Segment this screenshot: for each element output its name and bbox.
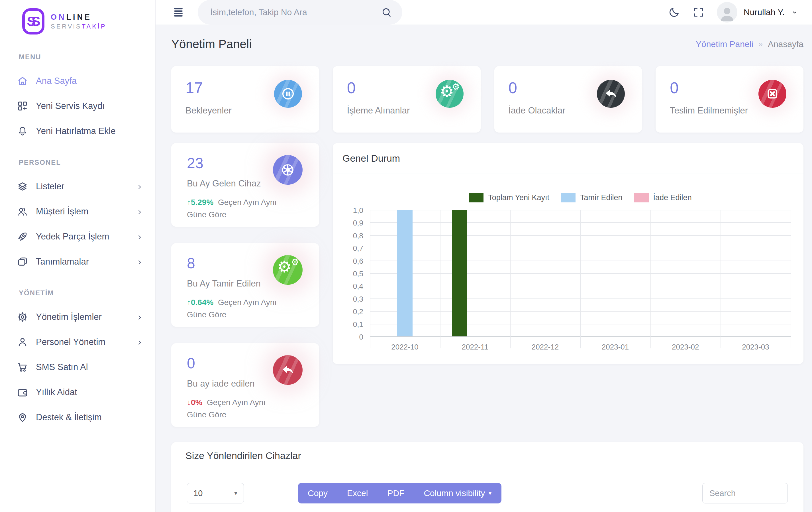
assigned-devices-card: Size Yönlendirilen Cihazlar 10 ▾ CopyExc… [171, 442, 804, 512]
gridline-vertical [580, 210, 581, 348]
logo[interactable]: SS ONLiNE SERViSTAKİP [0, 0, 155, 43]
mini-stat-card: 23Bu Ay Gelen Cihaz↑5.29% Geçen Ayın Ayn… [171, 143, 319, 227]
delta-percent: 0.64% [191, 298, 213, 307]
x-square-icon [758, 80, 786, 108]
gridline-vertical [370, 210, 370, 348]
x-axis-label: 2023-03 [721, 343, 791, 351]
sidebar-item-label: Yıllık Aidat [36, 387, 77, 397]
y-axis-label: 1,0 [343, 206, 363, 215]
gridline-vertical [791, 210, 791, 348]
sidebar-item-yeni-servis-kayd-[interactable]: Yeni Servis Kaydı [17, 93, 143, 118]
search-input[interactable] [210, 7, 381, 17]
sidebar-item-y-ll-k-aidat[interactable]: Yıllık Aidat [17, 380, 143, 405]
breadcrumb: Yönetim Paneli » Anasayfa [696, 39, 804, 49]
content: Yönetim Paneli Yönetim Paneli » Anasayfa… [155, 25, 812, 512]
sidebar-item-y-netim-i-lemler[interactable]: Yönetim İşlemler [17, 304, 143, 329]
sidebar-item-ana-sayfa[interactable]: Ana Sayfa [17, 69, 143, 93]
gears-icon: ⚙⚙ [273, 255, 302, 285]
gear-icon [17, 311, 28, 323]
legend-item[interactable]: İade Edilen [634, 193, 692, 203]
sidebar-section-label: PERSONEL [19, 159, 143, 166]
cards-icon [17, 256, 28, 268]
sidebar-item-label: Ana Sayfa [36, 76, 77, 86]
export-button-excel[interactable]: Excel [337, 483, 378, 504]
logo-line1-rest: LiNE [66, 13, 92, 21]
x-axis-label: 2023-02 [650, 343, 721, 351]
search-icon[interactable] [381, 6, 393, 18]
legend-label: Tamir Edilen [580, 193, 622, 202]
page-title: Yönetim Paneli [171, 37, 252, 51]
stat-card: 0İade Olacaklar [494, 66, 642, 133]
layers-icon [17, 181, 28, 192]
export-button-group: CopyExcelPDFColumn visibility▾ [298, 483, 501, 504]
x-axis-label: 2022-11 [440, 343, 510, 351]
sidebar-item-label: Yeni Hatırlatma Ekle [36, 126, 116, 136]
stat-card: 0İşleme Alınanlar⚙⚙ [333, 66, 481, 133]
undo-arrow-icon [597, 80, 625, 108]
sidebar-item-label: Yedek Parça İşlem [36, 232, 109, 242]
legend-item[interactable]: Toplam Yeni Kayıt [469, 193, 549, 203]
sidebar-item-yedek-par-a-i-lem[interactable]: Yedek Parça İşlem [17, 224, 143, 249]
bell-icon [17, 125, 28, 137]
page-size-select[interactable]: 10 ▾ [187, 483, 244, 504]
sidebar-item-label: Listeler [36, 181, 64, 192]
sidebar-item-listeler[interactable]: Listeler [17, 174, 143, 199]
x-axis-label: 2022-10 [370, 343, 440, 351]
pause-circle-icon [274, 80, 302, 108]
chart-legend: Toplam Yeni KayıtTamir Edilenİade Edilen [370, 193, 791, 203]
export-button-pdf[interactable]: PDF [378, 483, 414, 504]
sidebar-section-label: MENU [19, 53, 143, 61]
export-button-copy[interactable]: Copy [298, 483, 337, 504]
avatar [717, 2, 737, 23]
breadcrumb-link[interactable]: Yönetim Paneli [696, 39, 753, 49]
fullscreen-icon[interactable] [692, 6, 705, 19]
y-axis-label: 0,9 [343, 219, 363, 227]
sidebar-section-label: YÖNETİM [19, 289, 143, 297]
chart-bar [397, 210, 412, 336]
breadcrumb-current: Anasayfa [768, 39, 804, 49]
mini-stat-delta: ↓0% Geçen Ayın Aynı Güne Göre [187, 396, 281, 421]
y-axis-label: 0,5 [343, 269, 363, 278]
x-axis-label: 2023-01 [580, 343, 650, 351]
stats-row: 17Bekleyenler0İşleme Alınanlar⚙⚙0İade Ol… [171, 66, 804, 133]
grid-plus-icon [17, 100, 28, 112]
sidebar-item-label: Destek & İletişim [36, 412, 102, 423]
sidebar-item-m-teri-i-lem[interactable]: Müşteri İşlem [17, 199, 143, 224]
hamburger-menu-icon[interactable] [173, 6, 186, 19]
y-axis-label: 0,4 [343, 282, 363, 291]
sidebar-item-label: Yeni Servis Kaydı [36, 101, 105, 111]
y-axis-label: 0,8 [343, 232, 363, 240]
button-label: PDF [387, 488, 404, 498]
app: SS ONLiNE SERViSTAKİP MENUAna SayfaYeni … [0, 0, 812, 512]
emblem-gear-icon [273, 155, 302, 185]
dark-mode-moon-icon[interactable] [668, 6, 680, 19]
legend-label: Toplam Yeni Kayıt [488, 193, 549, 202]
y-axis-label: 0 [343, 333, 363, 342]
sidebar-nav: MENUAna SayfaYeni Servis KaydıYeni Hatır… [0, 43, 155, 430]
pin-icon [17, 411, 28, 423]
chevron-right-icon [136, 258, 143, 265]
sidebar-item-personel-y-netim[interactable]: Personel Yönetim [17, 329, 143, 355]
legend-item[interactable]: Tamir Edilen [561, 193, 622, 203]
topbar: Nurullah Y. [155, 0, 812, 25]
sidebar-item-sms-sat-n-al[interactable]: SMS Satın Al [17, 355, 143, 380]
cart-icon [17, 361, 28, 373]
chevron-right-icon [136, 183, 143, 190]
trend-down-icon: ↓ [187, 398, 191, 407]
export-button-column-visibility[interactable]: Column visibility▾ [414, 483, 501, 504]
table-search-input[interactable] [702, 483, 788, 504]
sidebar-item-tan-mlamalar[interactable]: Tanımlamalar [17, 249, 143, 274]
sidebar-item-label: Personel Yönetim [36, 337, 106, 347]
dashboard-row: 23Bu Ay Gelen Cihaz↑5.29% Geçen Ayın Ayn… [171, 143, 804, 427]
mini-stats-column: 23Bu Ay Gelen Cihaz↑5.29% Geçen Ayın Ayn… [171, 143, 319, 427]
stat-card: 17Bekleyenler [171, 66, 319, 133]
user-menu[interactable]: Nurullah Y. [717, 2, 798, 23]
logo-mark-icon: SS [22, 8, 45, 34]
y-axis-label: 0,2 [343, 307, 363, 316]
sidebar-item-destek-i-leti-im[interactable]: Destek & İletişim [17, 405, 143, 430]
logo-text: ONLiNE SERViSTAKİP [51, 13, 107, 30]
sidebar-item-yeni-hat-rlatma-ekle[interactable]: Yeni Hatırlatma Ekle [17, 118, 143, 144]
chart-body: Toplam Yeni KayıtTamir Edilenİade Edilen… [333, 174, 804, 358]
chart-region: 00,10,20,30,40,50,60,70,80,91,0 2022-102… [343, 210, 791, 358]
gridline-vertical [650, 210, 651, 348]
